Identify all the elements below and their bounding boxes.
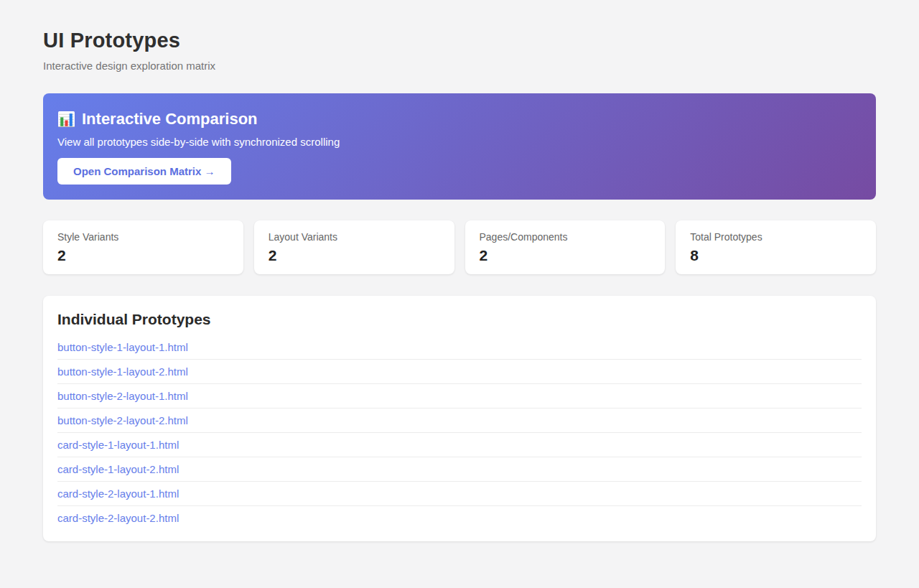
bar-chart-icon	[57, 111, 75, 129]
stat-label: Total Prototypes	[690, 231, 862, 243]
prototype-link[interactable]: card-style-1-layout-2.html	[57, 457, 862, 481]
stats-row: Style Variants 2 Layout Variants 2 Pages…	[43, 220, 876, 274]
prototype-list-item: button-style-1-layout-1.html	[57, 335, 862, 360]
prototype-link[interactable]: button-style-1-layout-1.html	[57, 335, 862, 359]
stat-card-layout-variants: Layout Variants 2	[254, 220, 454, 274]
prototype-list-item: card-style-1-layout-1.html	[57, 433, 862, 457]
stat-value: 2	[57, 247, 229, 264]
stat-value: 2	[269, 247, 440, 264]
page-container: UI Prototypes Interactive design explora…	[43, 0, 876, 541]
open-comparison-button[interactable]: Open Comparison Matrix →	[57, 158, 231, 185]
page-title: UI Prototypes	[43, 29, 876, 52]
prototype-link[interactable]: card-style-2-layout-1.html	[57, 482, 862, 505]
prototypes-heading: Individual Prototypes	[57, 311, 862, 328]
prototype-list-item: button-style-2-layout-1.html	[57, 384, 862, 409]
prototype-link[interactable]: button-style-2-layout-2.html	[57, 409, 862, 432]
page-subtitle: Interactive design exploration matrix	[43, 60, 876, 72]
comparison-banner: Interactive Comparison View all prototyp…	[43, 93, 876, 200]
stat-card-style-variants: Style Variants 2	[43, 220, 243, 274]
prototype-list-item: button-style-2-layout-2.html	[57, 409, 862, 433]
prototype-link[interactable]: card-style-1-layout-1.html	[57, 433, 862, 457]
prototype-list: button-style-1-layout-1.html button-styl…	[57, 335, 862, 530]
banner-description: View all prototypes side-by-side with sy…	[57, 136, 862, 148]
prototype-link[interactable]: card-style-2-layout-2.html	[57, 506, 862, 530]
prototype-link[interactable]: button-style-2-layout-1.html	[57, 384, 862, 408]
banner-title: Interactive Comparison	[57, 110, 862, 129]
stat-value: 8	[690, 247, 862, 264]
stat-label: Layout Variants	[269, 231, 440, 243]
prototype-list-item: card-style-2-layout-2.html	[57, 506, 862, 530]
prototype-list-item: card-style-1-layout-2.html	[57, 457, 862, 482]
banner-title-text: Interactive Comparison	[82, 110, 258, 129]
stat-label: Style Variants	[57, 231, 229, 243]
prototype-list-item: card-style-2-layout-1.html	[57, 482, 862, 506]
stat-card-pages-components: Pages/Components 2	[465, 220, 666, 274]
prototype-list-item: button-style-1-layout-2.html	[57, 360, 862, 384]
stat-card-total-prototypes: Total Prototypes 8	[676, 220, 876, 274]
prototype-link[interactable]: button-style-1-layout-2.html	[57, 360, 862, 383]
stat-value: 2	[480, 247, 651, 264]
prototypes-card: Individual Prototypes button-style-1-lay…	[43, 296, 876, 541]
stat-label: Pages/Components	[480, 231, 651, 243]
